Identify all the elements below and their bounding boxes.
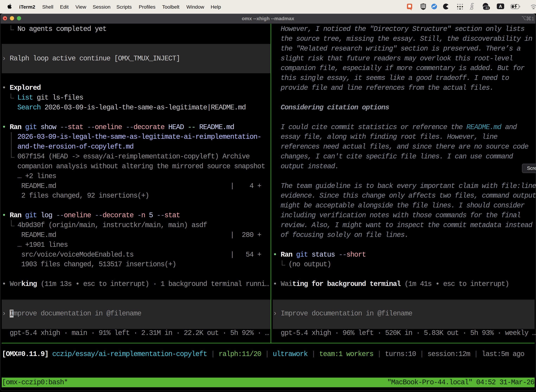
svg-text:1: 1	[531, 16, 534, 21]
svg-text:A: A	[499, 4, 502, 9]
svg-text:..61: ..61	[484, 6, 489, 10]
